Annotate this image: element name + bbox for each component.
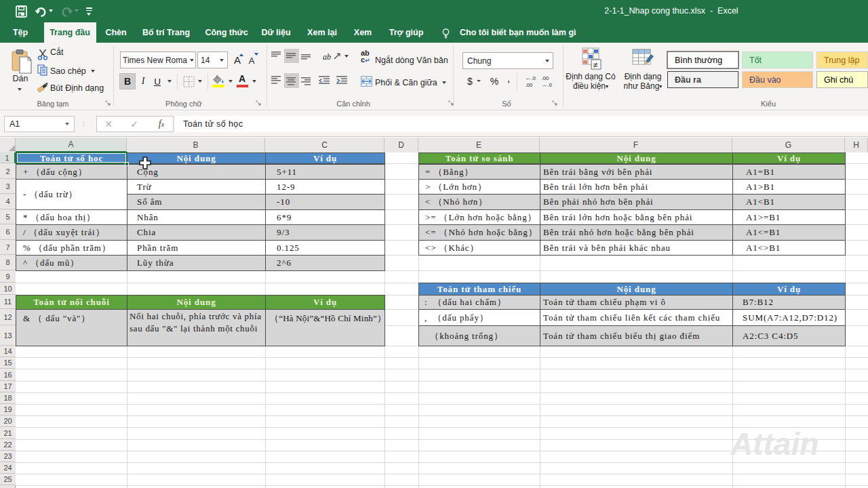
svg-text:≠: ≠: [593, 60, 598, 70]
